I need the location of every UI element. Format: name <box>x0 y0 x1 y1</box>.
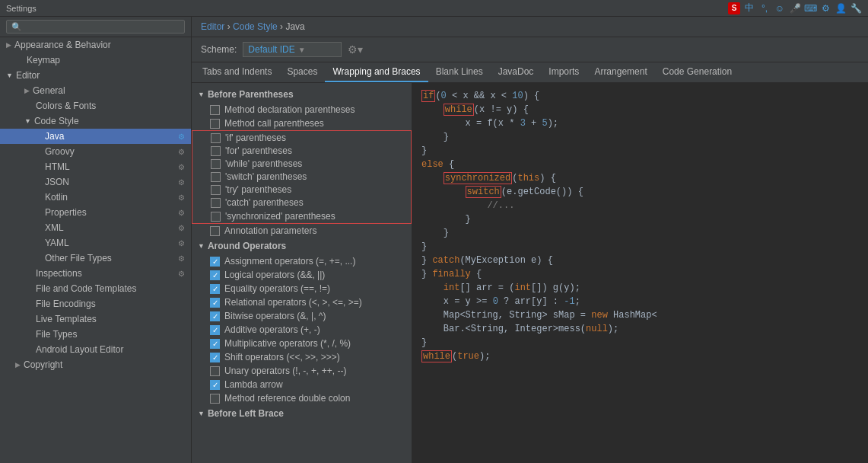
option-item[interactable]: 'for' parentheses <box>192 144 412 158</box>
sidebar-item-keymap[interactable]: Keymap <box>0 53 191 68</box>
checkbox[interactable]: ✓ <box>210 298 220 308</box>
checkbox[interactable]: ✓ <box>210 380 220 390</box>
sidebar-item-xml[interactable]: XML⚙ <box>0 220 191 235</box>
checkbox[interactable]: ✓ <box>210 257 220 267</box>
checkbox[interactable]: ✓ <box>210 339 220 349</box>
checkbox[interactable] <box>211 159 221 169</box>
checkbox[interactable]: ✓ <box>210 353 220 362</box>
checkbox[interactable] <box>210 105 220 115</box>
section-header-around-operators[interactable]: ▼Around Operators <box>192 238 412 254</box>
sidebar-item-colors-fonts[interactable]: Colors & Fonts <box>0 98 191 113</box>
section-header-before-left-brace[interactable]: ▼Before Left Brace <box>192 405 412 422</box>
sidebar-item-copyright[interactable]: ▶Copyright <box>0 357 191 372</box>
config-icon: ⚙ <box>178 148 185 156</box>
scheme-dropdown[interactable]: Default IDE ▼ <box>243 42 342 57</box>
breadcrumb: Editor › Code Style › Java <box>192 17 868 37</box>
scheme-settings-button[interactable]: ⚙▾ <box>348 43 363 56</box>
option-item[interactable]: Method declaration parentheses <box>192 103 412 117</box>
option-item[interactable]: ✓Bitwise operators (&, |, ^) <box>192 309 412 323</box>
sidebar-search-container[interactable] <box>0 17 191 37</box>
option-label: Shift operators (<<, >>, >>>) <box>224 352 340 362</box>
sidebar-item-groovy[interactable]: Groovy⚙ <box>0 144 191 159</box>
option-item[interactable]: Method reference double colon <box>192 391 412 405</box>
option-item[interactable]: 'catch' parentheses <box>192 196 412 209</box>
sidebar-item-properties[interactable]: Properties⚙ <box>0 205 191 220</box>
code-preview-panel: if(0 < x && x < 10) { while(x != y) { x … <box>412 83 868 463</box>
code-line: } <box>421 336 859 350</box>
option-item[interactable]: 'switch' parentheses <box>192 170 412 184</box>
tab-code-gen[interactable]: Code Generation <box>655 62 739 82</box>
code-line: } catch(MyException e) { <box>421 254 859 267</box>
option-item[interactable]: 'if' parentheses <box>192 130 412 145</box>
section-arrow: ▼ <box>198 242 205 250</box>
checkbox[interactable] <box>211 212 221 222</box>
checkbox[interactable]: ✓ <box>210 284 220 294</box>
sidebar-item-java[interactable]: Java⚙ <box>0 129 191 144</box>
tab-arrangement[interactable]: Arrangement <box>587 62 654 82</box>
tab-javadoc[interactable]: JavaDoc <box>491 62 542 82</box>
code-line: } finally { <box>421 267 859 281</box>
config-icon: ⚙ <box>178 193 185 202</box>
section-header-before-parentheses[interactable]: ▼Before Parentheses <box>192 86 412 103</box>
checkbox[interactable] <box>210 366 220 376</box>
checkbox[interactable] <box>210 119 220 129</box>
checkbox[interactable] <box>211 185 221 195</box>
sidebar-item-general[interactable]: ▶General <box>0 83 191 98</box>
sidebar-item-kotlin[interactable]: Kotlin⚙ <box>0 190 191 205</box>
option-item[interactable]: ✓Multiplicative operators (*, /, %) <box>192 337 412 350</box>
option-item[interactable]: ✓Lambda arrow <box>192 378 412 391</box>
breadcrumb-editor[interactable]: Editor <box>201 21 224 32</box>
sidebar-item-file-encodings[interactable]: File Encodings <box>0 296 191 311</box>
sidebar-item-editor[interactable]: ▼Editor <box>0 68 191 83</box>
checkbox[interactable]: ✓ <box>210 270 220 280</box>
checkbox[interactable] <box>211 198 221 208</box>
checkbox[interactable] <box>210 394 220 404</box>
sidebar-item-yaml[interactable]: YAML⚙ <box>0 235 191 251</box>
checkbox[interactable] <box>211 172 221 182</box>
tab-wrapping[interactable]: Wrapping and Braces <box>325 62 428 82</box>
sidebar-item-json[interactable]: JSON⚙ <box>0 174 191 190</box>
checkbox[interactable] <box>210 226 220 236</box>
checkbox[interactable] <box>211 133 221 143</box>
top-bar: Settings S 中 °, ☺ 🎤 ⌨ ⚙ 👤 🔧 <box>0 0 868 17</box>
tab-spaces[interactable]: Spaces <box>279 62 325 82</box>
option-item[interactable]: ✓Logical operators (&&, ||) <box>192 268 412 282</box>
option-item[interactable]: Unary operators (!, -, +, ++, --) <box>192 364 412 378</box>
option-item[interactable]: 'synchronized' parentheses <box>192 209 412 224</box>
sidebar-item-android-layout[interactable]: Android Layout Editor <box>0 342 191 357</box>
sidebar-item-file-code-templates[interactable]: File and Code Templates <box>0 281 191 296</box>
option-item[interactable]: ✓Equality operators (==, !=) <box>192 282 412 295</box>
option-label: Method reference double colon <box>224 393 350 404</box>
breadcrumb-sep1: › <box>227 21 233 32</box>
sidebar-item-html[interactable]: HTML⚙ <box>0 159 191 174</box>
sidebar-item-live-templates[interactable]: Live Templates <box>0 311 191 327</box>
config-icon: ⚙ <box>178 254 185 263</box>
checkbox[interactable] <box>211 146 221 156</box>
sidebar-search-input[interactable] <box>6 20 185 34</box>
sidebar-item-code-style[interactable]: ▼Code Style <box>0 113 191 129</box>
checkbox[interactable]: ✓ <box>210 325 220 335</box>
option-item[interactable]: ✓Relational operators (<, >, <=, >=) <box>192 295 412 309</box>
sidebar-item-file-types[interactable]: File Types <box>0 327 191 342</box>
sidebar-item-other-file-types[interactable]: Other File Types⚙ <box>0 251 191 266</box>
breadcrumb-codestyle[interactable]: Code Style <box>233 21 278 32</box>
option-item[interactable]: ✓Shift operators (<<, >>, >>>) <box>192 350 412 364</box>
option-item[interactable]: 'try' parentheses <box>192 183 412 196</box>
checkbox[interactable]: ✓ <box>210 311 220 321</box>
sidebar-item-appearance[interactable]: ▶Appearance & Behavior <box>0 37 191 53</box>
option-item[interactable]: 'while' parentheses <box>192 157 412 171</box>
option-item[interactable]: Annotation parameters <box>192 224 412 238</box>
config-icon: ⚙ <box>178 163 185 171</box>
tabs-bar: Tabs and IndentsSpacesWrapping and Brace… <box>192 62 868 83</box>
sidebar-item-inspections[interactable]: Inspections⚙ <box>0 266 191 281</box>
section-label: Around Operators <box>208 241 286 251</box>
section-items-before-parentheses: Method declaration parenthesesMethod cal… <box>192 103 412 238</box>
option-item[interactable]: ✓Assignment operators (=, +=, ...) <box>192 254 412 268</box>
tab-blank-lines[interactable]: Blank Lines <box>428 62 491 82</box>
tab-tabs-indents[interactable]: Tabs and Indents <box>195 62 279 82</box>
option-label: 'if' parentheses <box>225 133 286 143</box>
tab-imports[interactable]: Imports <box>541 62 587 82</box>
sidebar-items-container: ▶Appearance & BehaviorKeymap▼Editor▶Gene… <box>0 37 191 372</box>
option-item[interactable]: Method call parentheses <box>192 117 412 130</box>
option-item[interactable]: ✓Additive operators (+, -) <box>192 323 412 337</box>
